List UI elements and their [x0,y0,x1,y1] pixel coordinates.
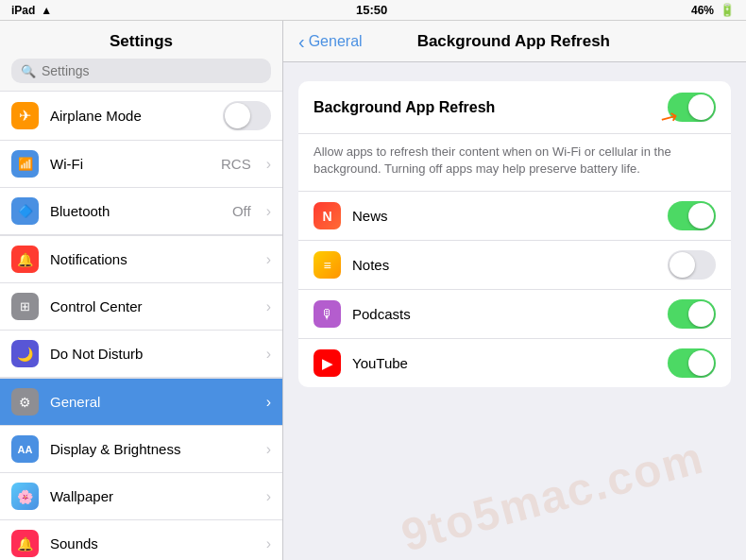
status-left: iPad ▲ [11,4,52,17]
sidebar-item-label: Display & Brightness [50,441,255,457]
donotdisturb-icon: 🌙 [11,340,39,367]
airplane-toggle[interactable] [223,101,271,130]
news-app-icon: N [314,202,341,229]
wifi-setting-icon: 📶 [11,150,39,178]
news-toggle[interactable] [668,201,716,230]
sidebar-item-donotdisturb[interactable]: 🌙 Do Not Disturb › [0,331,282,378]
main-toggle-label: Background App Refresh [314,99,495,116]
news-app-name: News [352,208,656,224]
bluetooth-icon: 🔷 [11,197,39,225]
app-row-news: N News [298,192,731,241]
sidebar-group-3: ⚙ General › AA Display & Brightness › 🌸 … [0,378,282,560]
sidebar-item-notifications[interactable]: 🔔 Notifications › [0,235,282,283]
status-time: 15:50 [356,3,387,17]
chevron-right-icon: › [266,441,271,458]
sidebar-item-wifi[interactable]: 📶 Wi-Fi RCS › [0,141,282,188]
notifications-icon: 🔔 [11,246,39,273]
sidebar-item-airplane[interactable]: ✈ Airplane Mode [0,91,282,141]
youtube-app-name: YouTube [352,355,656,371]
main-background-refresh-toggle[interactable] [668,93,716,122]
notes-app-name: Notes [352,257,656,273]
content-nav: ‹ General Background App Refresh [283,21,746,62]
sidebar-item-general[interactable]: ⚙ General › [0,378,282,426]
podcasts-app-icon: 🎙 [314,300,341,328]
app-row-podcasts: 🎙 Podcasts [298,290,731,339]
sidebar-title: Settings [0,21,282,59]
control-center-icon: ⊞ [11,293,39,320]
wifi-value: RCS [221,156,251,172]
sidebar-item-label: Wallpaper [50,488,255,504]
search-input[interactable] [42,63,262,78]
wifi-icon: ▲ [41,4,52,17]
podcasts-app-name: Podcasts [352,306,656,322]
sidebar-item-label: Do Not Disturb [50,346,255,362]
battery-percent: 46% [691,4,714,17]
battery-icon: 🔋 [720,3,735,17]
back-button[interactable]: ‹ General [298,32,363,51]
chevron-right-icon: › [266,298,271,315]
status-right: 46% 🔋 [691,3,735,17]
wallpaper-icon: 🌸 [11,483,39,510]
sidebar-item-label: Wi-Fi [50,156,210,172]
chevron-right-icon: › [266,203,271,220]
bluetooth-value: Off [232,203,251,219]
sidebar-item-label: General [50,394,255,410]
podcasts-toggle[interactable] [668,299,716,329]
sidebar-item-wallpaper[interactable]: 🌸 Wallpaper › [0,473,282,520]
app-row-youtube: ▶ YouTube [298,339,731,387]
notes-toggle[interactable] [668,250,716,280]
sidebar-group-2: 🔔 Notifications › ⊞ Control Center › 🌙 D… [0,235,282,378]
sidebar-item-bluetooth[interactable]: 🔷 Bluetooth Off › [0,188,282,235]
search-icon: 🔍 [21,64,36,78]
sidebar-item-sounds[interactable]: 🔔 Sounds › [0,520,282,560]
youtube-toggle[interactable] [668,348,716,378]
app-row-notes: ≡ Notes [298,241,731,290]
sidebar-item-label: Sounds [50,535,255,552]
sidebar-search[interactable]: 🔍 [11,59,271,83]
back-label: General [309,33,363,50]
youtube-app-icon: ▶ [314,349,341,377]
sidebar-item-label: Bluetooth [50,203,221,219]
main-toggle-row: Background App Refresh ↗ [298,81,731,134]
display-icon: AA [11,435,39,463]
background-refresh-card: Background App Refresh ↗ Allow apps to r… [298,81,731,387]
content-title: Background App Refresh [363,32,665,51]
sidebar-group-1: ✈ Airplane Mode 📶 Wi-Fi RCS › 🔷 Bluetoot… [0,91,282,235]
chevron-right-icon: › [266,346,271,363]
chevron-right-icon: › [266,488,271,505]
notes-app-icon: ≡ [314,251,341,279]
airplane-icon: ✈ [11,102,39,129]
back-chevron-icon: ‹ [298,32,305,51]
sounds-icon: 🔔 [11,530,39,557]
status-bar: iPad ▲ 15:50 46% 🔋 [0,0,746,21]
main-toggle-wrapper: ↗ [668,93,716,122]
ipad-label: iPad [11,4,35,17]
sidebar-item-control[interactable]: ⊞ Control Center › [0,283,282,331]
general-icon: ⚙ [11,388,39,416]
description-text: Allow apps to refresh their content when… [298,134,731,192]
sidebar: Settings 🔍 ✈ Airplane Mode 📶 Wi-Fi RCS ›… [0,21,283,560]
sidebar-item-display[interactable]: AA Display & Brightness › [0,426,282,473]
chevron-right-icon: › [266,156,271,173]
sidebar-item-label: Airplane Mode [50,108,212,124]
sidebar-item-label: Notifications [50,251,255,267]
chevron-right-icon: › [266,394,271,411]
content-panel: ‹ General Background App Refresh Backgro… [283,21,746,560]
sidebar-item-label: Control Center [50,298,255,314]
chevron-right-icon: › [266,251,271,268]
content-body: Background App Refresh ↗ Allow apps to r… [283,62,746,560]
chevron-right-icon: › [266,535,271,552]
